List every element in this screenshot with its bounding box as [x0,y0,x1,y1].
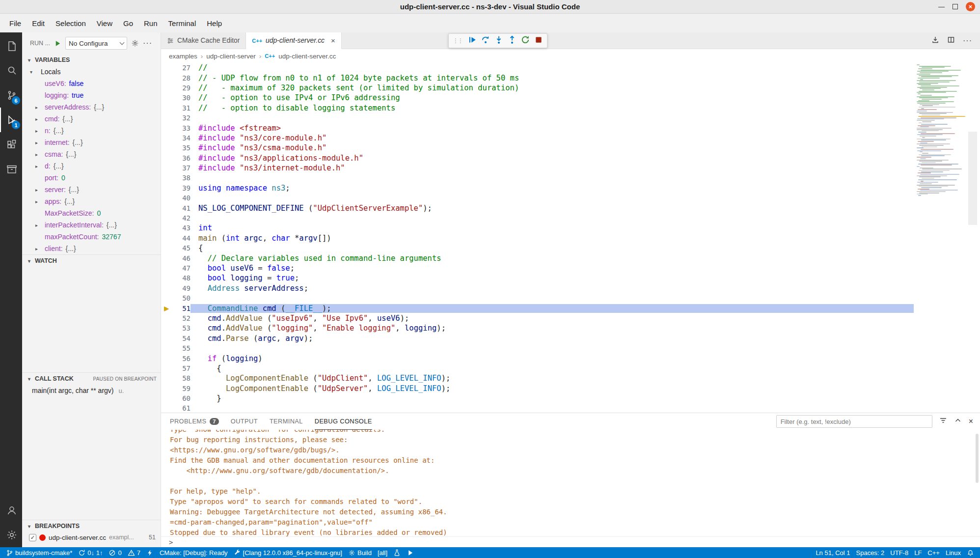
code-line[interactable]: 57 { [161,363,914,373]
panel-tab-terminal[interactable]: TERMINAL [270,413,303,430]
code-line[interactable]: 42 [161,213,914,223]
menu-run[interactable]: Run [138,17,163,29]
menu-go[interactable]: Go [118,17,138,29]
status-indentation[interactable]: Spaces: 2 [853,547,888,558]
code-line[interactable]: 49 Address serverAddress; [161,283,914,293]
code-area[interactable]: 27//28// - UDP flow from n0 to n1 of 102… [161,63,914,413]
status-warnings[interactable]: 7 [125,547,143,558]
split-editor-icon[interactable] [947,36,955,46]
status-notifications[interactable] [964,547,977,558]
minimize-button[interactable]: — [938,3,945,10]
breadcrumb-item[interactable]: udp-client-server.cc [278,53,336,60]
menu-terminal[interactable]: Terminal [163,17,202,29]
tab-udp-client-server[interactable]: C++ udp-client-server.cc × [246,32,341,49]
variable-row[interactable]: useV6:false [22,78,161,89]
panel-scrollbar[interactable] [976,434,979,483]
start-debugging-button[interactable] [54,40,61,47]
code-line[interactable]: 28// - UDP flow from n0 to n1 of 1024 by… [161,73,914,83]
variable-row[interactable]: ▸d:{...} [22,160,161,172]
code-line[interactable]: 36#include "ns3/applications-module.h" [161,153,914,163]
variable-row[interactable]: ▸serverAddress:{...} [22,101,161,113]
step-over-button[interactable] [481,35,490,46]
code-line[interactable]: 54 cmd.Parse (argc, argv); [161,334,914,343]
code-line[interactable]: 45{ [161,243,914,253]
status-cursor-position[interactable]: Ln 51, Col 1 [813,547,853,558]
restart-button[interactable] [521,35,530,46]
variable-row[interactable]: ▸server:{...} [22,184,161,195]
status-errors[interactable]: 0 [106,547,124,558]
debug-configuration-select[interactable]: No Configura [65,37,127,50]
minimap[interactable] [914,63,966,413]
code-line[interactable]: 50 [161,293,914,303]
code-line[interactable]: 46 // Declare variables used in command-… [161,253,914,263]
status-cmake-kit[interactable]: [Clang 12.0.0 x86_64-pc-linux-gnu] [231,547,345,558]
code-line[interactable]: 48 bool logging = true; [161,273,914,283]
tab-cmake-cache-editor[interactable]: CMake Cache Editor [161,32,246,49]
close-tab-icon[interactable]: × [331,36,335,45]
status-encoding[interactable]: UTF-8 [887,547,911,558]
code-line[interactable]: 52 cmd.AddValue ("useIpv6", "Use Ipv6", … [161,313,914,323]
breadcrumb-item[interactable]: udp-client-server [206,53,256,60]
breakpoint-checkbox[interactable]: ✓ [29,534,36,541]
search-icon[interactable] [0,58,22,83]
menu-view[interactable]: View [91,17,118,29]
code-line[interactable]: 38 [161,173,914,183]
variable-row[interactable]: ▸client:{...} [22,243,161,254]
variable-row[interactable]: ▸internet:{...} [22,137,161,148]
variable-row[interactable]: logging:true [22,89,161,101]
close-panel-icon[interactable]: × [969,417,973,426]
code-line[interactable]: 31// - option to disable logging stateme… [161,103,914,113]
filter-icon[interactable] [939,417,947,426]
account-icon[interactable] [0,498,22,523]
menu-file[interactable]: File [4,17,27,29]
code-line[interactable]: 35#include "ns3/csma-module.h" [161,143,914,153]
status-eol[interactable]: LF [911,547,925,558]
maximize-button[interactable] [953,4,958,9]
more-actions-icon[interactable]: ··· [963,38,972,43]
code-line[interactable]: 27// [161,63,914,73]
close-button[interactable]: × [966,2,975,11]
stack-frame-row[interactable]: main(int argc, char ** argv) u. [22,385,161,396]
code-line[interactable]: 39using namespace ns3; [161,183,914,193]
stop-button[interactable] [534,35,543,46]
variable-row[interactable]: ▸csma:{...} [22,148,161,160]
settings-gear-icon[interactable] [0,523,22,547]
maximize-panel-icon[interactable] [954,417,962,426]
status-ctest[interactable] [390,547,404,558]
menu-edit[interactable]: Edit [27,17,50,29]
code-line[interactable]: 34#include "ns3/core-module.h" [161,133,914,143]
variable-row[interactable]: ▸interPacketInterval:{...} [22,219,161,231]
console-filter-input[interactable] [776,415,932,428]
variable-row[interactable]: ▸cmd:{...} [22,113,161,125]
variable-row[interactable]: ▸n:{...} [22,125,161,137]
extensions-icon[interactable] [0,132,22,157]
scrollbar-slider[interactable] [968,132,977,225]
status-debug-launch[interactable] [143,547,157,558]
breadcrumb-item[interactable]: examples [169,53,197,60]
code-line[interactable]: 40 [161,193,914,203]
code-line[interactable]: 44main (int argc, char *argv[]) [161,233,914,243]
code-line[interactable]: ▶51 CommandLine cmd (__FILE__); [161,303,914,313]
code-line[interactable]: 41NS_LOG_COMPONENT_DEFINE ("UdpClientSer… [161,203,914,213]
code-line[interactable]: 53 cmd.AddValue ("logging", "Enable logg… [161,323,914,333]
status-build[interactable]: Build [345,547,375,558]
scope-locals[interactable]: ▾ Locals [22,66,161,78]
variable-row[interactable]: MaxPacketSize:0 [22,207,161,219]
panel-tab-debug-console[interactable]: DEBUG CONSOLE [315,413,372,430]
step-out-button[interactable] [508,35,517,46]
code-line[interactable]: 43int [161,223,914,233]
variables-header[interactable]: ▾ VARIABLES [22,54,161,66]
code-line[interactable]: 29// - maximum of 320 packets sent (or l… [161,83,914,93]
code-line[interactable]: 32 [161,113,914,123]
status-branch[interactable]: buildsystem-cmake* [3,547,75,558]
code-line[interactable]: 60 } [161,393,914,403]
archive-icon[interactable] [0,157,22,181]
explorer-icon[interactable] [0,34,22,58]
continue-button[interactable] [468,35,477,46]
debug-settings-gear-icon[interactable] [131,39,139,47]
download-icon[interactable] [931,36,939,46]
status-launch-target[interactable] [404,547,417,558]
drag-handle[interactable]: ⋮⋮ [453,37,463,44]
panel-tab-output[interactable]: OUTPUT [231,413,258,430]
status-os[interactable]: Linux [943,547,964,558]
